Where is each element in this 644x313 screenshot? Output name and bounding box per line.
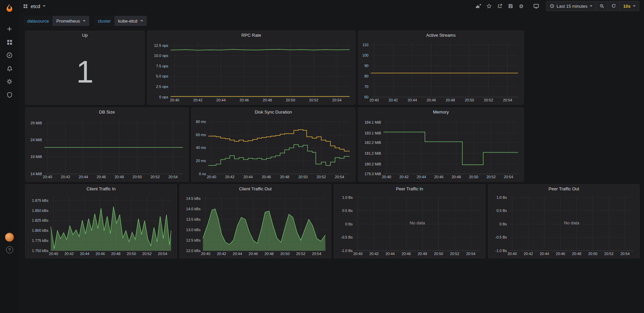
db-size-chart[interactable]: 14 MiB19 MiB24 MiB29 MiB20:4020:4220:442…	[28, 117, 186, 180]
svg-text:0 Bs: 0 Bs	[500, 222, 507, 226]
time-range-picker[interactable]: Last 15 minutes	[546, 1, 597, 11]
svg-text:20:54: 20:54	[335, 175, 344, 179]
svg-text:29 MiB: 29 MiB	[31, 121, 42, 125]
svg-text:7.5 ops: 7.5 ops	[156, 64, 168, 68]
svg-text:20:52: 20:52	[450, 252, 459, 256]
panel-title-rpc-rate[interactable]: RPC Rate	[148, 31, 355, 39]
star-icon	[486, 3, 492, 9]
grafana-logo[interactable]	[3, 1, 16, 15]
dashboard-settings-button[interactable]	[516, 1, 526, 11]
client-traffic-out-chart[interactable]: 12.0 kBs12.5 kBs13.0 kBs13.5 kBs14.0 kBs…	[182, 193, 328, 257]
svg-text:20:50: 20:50	[127, 252, 136, 256]
panel-title-active-streams[interactable]: Active Streams	[358, 31, 523, 39]
panel-title-disk-sync-duration[interactable]: Disk Sync Duration	[192, 108, 355, 116]
panel-title-peer-traffic-out[interactable]: Peer Traffic Out	[488, 185, 639, 193]
svg-text:20:52: 20:52	[296, 252, 305, 256]
svg-text:20:48: 20:48	[280, 175, 289, 179]
svg-text:19 MiB: 19 MiB	[31, 155, 42, 159]
variable-cluster-value[interactable]: kube-etcd	[115, 16, 147, 26]
variable-cluster-label: cluster	[94, 16, 114, 26]
variable-datasource: datasource Prometheus	[24, 16, 89, 26]
svg-text:0.5 Bs: 0.5 Bs	[342, 209, 353, 213]
dashboard-squares-icon	[23, 4, 28, 9]
svg-text:20 ms: 20 ms	[196, 159, 206, 163]
avatar	[5, 233, 14, 242]
zoom-out-time-button[interactable]	[596, 1, 608, 11]
panel-title-up[interactable]: Up	[26, 31, 144, 39]
svg-text:20:40: 20:40	[508, 252, 517, 256]
svg-text:20:50: 20:50	[286, 98, 295, 102]
save-dashboard-button[interactable]	[506, 1, 516, 11]
plus-icon	[6, 26, 13, 32]
svg-text:20:54: 20:54	[158, 252, 167, 256]
gear-icon	[518, 3, 524, 9]
sidebar-item-help[interactable]: ?	[3, 246, 15, 254]
svg-text:1.0 Bs: 1.0 Bs	[496, 195, 507, 199]
svg-text:20:46: 20:46	[249, 252, 258, 256]
svg-text:20:44: 20:44	[233, 252, 242, 256]
chevron-down-icon	[83, 20, 86, 22]
sidebar-item-explore[interactable]	[3, 51, 15, 59]
panel-title-peer-traffic-in[interactable]: Peer Traffic In	[334, 185, 485, 193]
svg-text:20:40: 20:40	[201, 252, 211, 256]
panel-title-memory[interactable]: Memory	[358, 108, 523, 116]
svg-text:0.5 Bs: 0.5 Bs	[496, 209, 507, 213]
svg-text:20:50: 20:50	[434, 252, 443, 256]
chevron-down-icon	[43, 5, 45, 7]
client-traffic-in-chart[interactable]: 1.750 kBs1.775 kBs1.800 kBs1.825 kBs1.85…	[28, 193, 174, 257]
panel-up: Up 1	[25, 31, 144, 105]
dashboard-title-button[interactable]: etcd	[23, 3, 45, 9]
memory-chart[interactable]: 179.3 MiB180.2 MiB181.2 MiB182.2 MiB183.…	[360, 117, 521, 180]
sidebar: ?	[0, 0, 19, 313]
variable-datasource-current: Prometheus	[56, 19, 80, 24]
peer-traffic-in-chart[interactable]: -1.0 Bs-0.5 Bs0 Bs0.5 Bs1.0 Bs20:4020:42…	[336, 193, 482, 257]
svg-text:20:42: 20:42	[524, 252, 533, 256]
peer-traffic-out-chart[interactable]: -1.0 Bs-0.5 Bs0 Bs0.5 Bs1.0 Bs20:4020:42…	[490, 193, 637, 257]
rpc-rate-chart[interactable]: 0 ops2.5 ops5.0 ops7.5 ops10.0 ops12.5 o…	[150, 40, 352, 103]
active-streams-chart[interactable]: 6070809010011020:4020:4220:4420:4620:482…	[360, 40, 521, 103]
svg-text:13.0 kBs: 13.0 kBs	[186, 228, 201, 232]
variable-datasource-label: datasource	[24, 16, 53, 26]
dashboard-title: etcd	[31, 3, 40, 9]
time-controls: Last 15 minutes 10s	[546, 1, 639, 11]
sidebar-item-create[interactable]	[3, 25, 15, 33]
panel-add-icon	[475, 3, 481, 9]
sidebar-item-server-admin[interactable]	[3, 91, 15, 99]
svg-text:20:52: 20:52	[604, 252, 614, 256]
svg-text:20:48: 20:48	[115, 175, 124, 179]
svg-text:20:40: 20:40	[369, 98, 379, 102]
zoom-out-icon	[600, 4, 604, 8]
panel-title-client-traffic-in[interactable]: Client Traffic In	[26, 185, 176, 193]
svg-text:20:46: 20:46	[434, 175, 444, 179]
dashboards-grid-icon	[6, 39, 13, 45]
sidebar-item-dashboards[interactable]	[3, 38, 15, 46]
variable-cluster: cluster kube-etcd	[94, 16, 147, 26]
star-dashboard-button[interactable]	[484, 1, 494, 11]
panel-title-client-traffic-out[interactable]: Client Traffic Out	[180, 185, 331, 193]
svg-text:20:44: 20:44	[244, 175, 253, 179]
panel-client-traffic-in: Client Traffic In 1.750 kBs1.775 kBs1.80…	[25, 184, 177, 258]
tv-mode-button[interactable]	[531, 1, 541, 11]
svg-text:20:44: 20:44	[540, 252, 549, 256]
svg-text:20:48: 20:48	[264, 252, 274, 256]
svg-text:20:40: 20:40	[49, 252, 58, 256]
svg-text:180.2 MiB: 180.2 MiB	[364, 162, 381, 166]
refresh-button[interactable]	[608, 1, 620, 11]
share-dashboard-button[interactable]	[495, 1, 505, 11]
svg-text:1.850 kBs: 1.850 kBs	[32, 209, 49, 213]
user-avatar-button[interactable]	[3, 232, 15, 242]
svg-text:183.1 MiB: 183.1 MiB	[364, 131, 381, 135]
svg-text:20:52: 20:52	[484, 98, 493, 102]
svg-text:110: 110	[362, 43, 368, 47]
sidebar-item-configuration[interactable]	[3, 77, 15, 86]
sidebar-menu	[3, 25, 15, 99]
refresh-interval-picker[interactable]: 10s	[619, 1, 639, 11]
disk-sync-duration-chart[interactable]: 0 ns20 ms40 ms60 ms80 ms20:4020:4220:442…	[194, 117, 352, 180]
sidebar-item-alerting[interactable]	[3, 64, 15, 72]
variable-datasource-value[interactable]: Prometheus	[53, 16, 89, 26]
panel-title-db-size[interactable]: DB Size	[26, 108, 188, 116]
add-panel-button[interactable]	[473, 1, 483, 11]
svg-text:-1.0 Bs: -1.0 Bs	[341, 249, 353, 253]
svg-text:1.875 kBs: 1.875 kBs	[32, 198, 49, 202]
panel-peer-traffic-out: Peer Traffic Out -1.0 Bs-0.5 Bs0 Bs0.5 B…	[488, 184, 640, 258]
